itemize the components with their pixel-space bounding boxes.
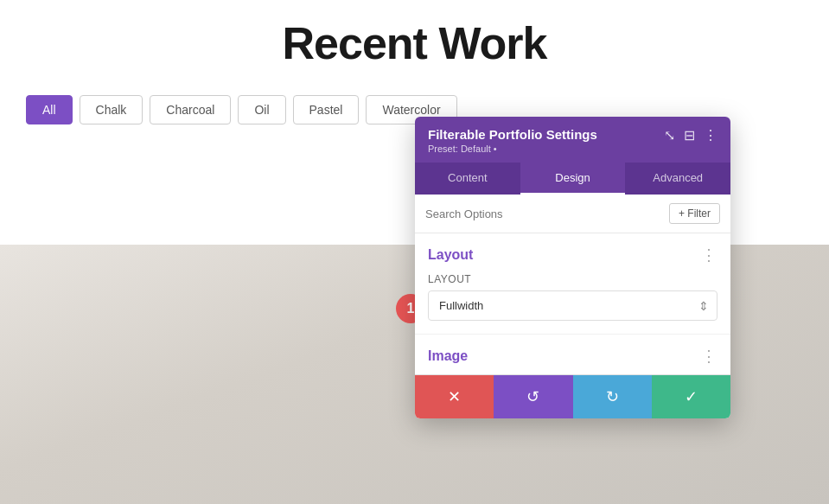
more-options-icon[interactable]: ⋮ [704, 129, 717, 143]
panel-title: Filterable Portfolio Settings [428, 127, 597, 142]
filter-tab-all[interactable]: All [26, 95, 73, 124]
layout-section-content: Layout Fullwidth Grid Masonry ⇕ [415, 273, 730, 334]
filter-tab-oil[interactable]: Oil [238, 95, 285, 124]
panel-header-icons: ⤡ ⊟ ⋮ [664, 129, 717, 143]
image-section-header: Image ⋮ [415, 335, 730, 374]
panel-body: Layout ⋮ Layout Fullwidth Grid Masonry ⇕… [415, 233, 730, 374]
filter-tab-chalk[interactable]: Chalk [80, 95, 143, 124]
expand-icon[interactable]: ⤡ [664, 129, 675, 143]
search-bar: + Filter [415, 195, 730, 233]
panel-preset: Preset: Default • [428, 144, 597, 154]
filter-tab-pastel[interactable]: Pastel [293, 95, 360, 124]
cancel-button[interactable]: ✕ [415, 375, 494, 418]
filter-tab-charcoal[interactable]: Charcoal [150, 95, 231, 124]
layout-section-header: Layout ⋮ [415, 233, 730, 273]
panel-header: Filterable Portfolio Settings Preset: De… [415, 117, 730, 163]
action-bar: ✕ ↺ ↻ ✓ [415, 374, 730, 418]
layout-select-wrapper: Fullwidth Grid Masonry ⇕ [428, 290, 717, 321]
columns-icon[interactable]: ⊟ [684, 129, 695, 143]
layout-section-title: Layout [428, 247, 473, 263]
page-title: Recent Work [0, 0, 829, 95]
layout-section-more-icon[interactable]: ⋮ [701, 246, 717, 265]
layout-select[interactable]: Fullwidth Grid Masonry [428, 290, 717, 321]
image-section-more-icon[interactable]: ⋮ [701, 347, 717, 366]
panel-tabs: Content Design Advanced [415, 163, 730, 195]
settings-panel: Filterable Portfolio Settings Preset: De… [415, 117, 730, 418]
tab-content[interactable]: Content [415, 163, 520, 195]
tab-advanced[interactable]: Advanced [625, 163, 730, 195]
panel-header-info: Filterable Portfolio Settings Preset: De… [428, 127, 597, 154]
redo-button[interactable]: ↻ [573, 375, 652, 418]
undo-button[interactable]: ↺ [494, 375, 572, 418]
save-button[interactable]: ✓ [652, 375, 730, 418]
layout-field-label: Layout [428, 273, 717, 285]
filter-button[interactable]: + Filter [669, 203, 720, 224]
image-section-title: Image [428, 348, 468, 364]
search-input[interactable] [425, 207, 662, 220]
tab-design[interactable]: Design [520, 163, 626, 195]
